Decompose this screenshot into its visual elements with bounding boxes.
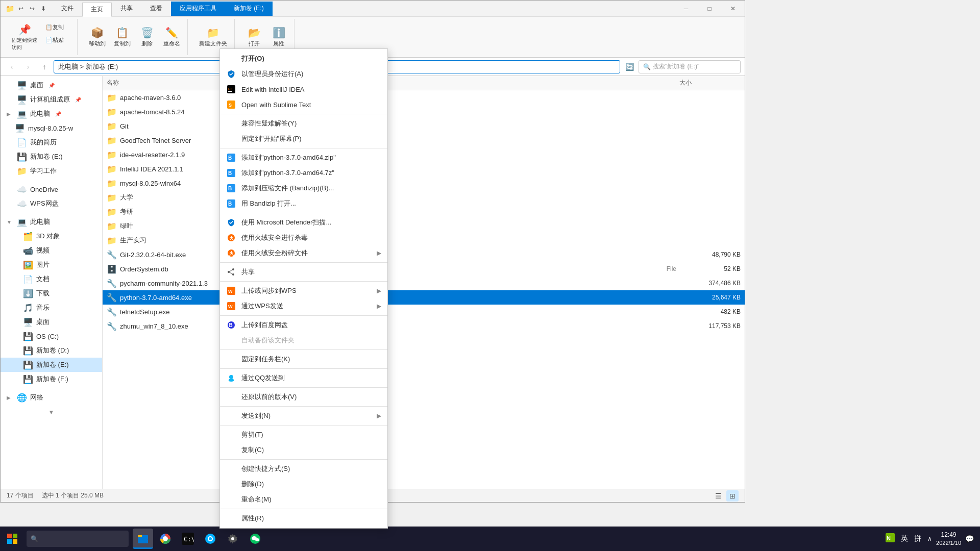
tray-notification-icon[interactable]: 💬 [963, 533, 976, 545]
sidebar-item-os-c[interactable]: 💾 OS (C:) [1, 329, 102, 343]
file-row-apache-tomcat[interactable]: 📁 apache-tomcat-8.5.24 [103, 105, 745, 119]
cm-item-send-wps[interactable]: W 通过WPS发送 ▶ [220, 298, 387, 314]
cm-item-edit-intellij[interactable]: IJ Edit with IntelliJ IDEA [220, 82, 387, 97]
tab-share[interactable]: 共享 [112, 2, 141, 16]
cm-item-add-compress[interactable]: B 添加到压缩文件 (Bandizip)(B)... [220, 181, 387, 196]
search-box[interactable]: 🔍 搜索"新加卷 (E:)" [639, 60, 741, 73]
forward-button[interactable]: › [21, 60, 35, 74]
rename-button[interactable]: ✏️ 重命名 [160, 24, 183, 49]
sidebar-item-onedrive[interactable]: ☁️ OneDrive [1, 182, 102, 196]
cm-item-huorong-virus[interactable]: 火 使用火绒安全进行杀毒 [220, 230, 387, 245]
cm-item-upload-wps[interactable]: W 上传或同步到WPS ▶ [220, 283, 387, 298]
sidebar-item-network[interactable]: ▶ 🌐 网络 [1, 390, 102, 405]
sidebar-item-this-pc[interactable]: ▶ 💻 此电脑 📌 [1, 107, 102, 121]
sidebar-item-documents[interactable]: 📄 文档 [1, 272, 102, 286]
taskbar-terminal[interactable]: C:\ [178, 529, 198, 549]
file-row-apache-maven[interactable]: 📁 apache-maven-3.6.0 [103, 90, 745, 105]
cm-item-open[interactable]: 打开(O) [220, 51, 387, 66]
col-header-size[interactable]: 大小 [679, 79, 741, 87]
cm-item-huorong-shred[interactable]: 火 使用火绒安全粉碎文件 ▶ [220, 245, 387, 261]
tab-management[interactable]: 应用程序工具 [171, 2, 225, 16]
cm-item-send-qq[interactable]: 通过QQ发送到 [220, 370, 387, 386]
tab-view[interactable]: 查看 [141, 2, 171, 16]
cm-item-add-7z[interactable]: B 添加到"python-3.7.0-amd64.7z" [220, 165, 387, 181]
sidebar-item-new-vol-e[interactable]: 💾 新加卷 (E:) [1, 149, 102, 164]
sidebar-item-mysql[interactable]: 🖥️ mysql-8.0.25-w [1, 121, 102, 135]
taskbar-explorer[interactable] [133, 529, 153, 549]
tray-nvidia-icon[interactable]: N [884, 531, 897, 546]
new-folder-button[interactable]: 📁 新建文件夹 [196, 24, 230, 49]
sidebar-item-music[interactable]: 🎵 音乐 [1, 300, 102, 315]
file-row-intellij[interactable]: 📁 IntelliJ IDEA 2021.1.1 [103, 162, 745, 176]
sidebar-item-new-vol-e2[interactable]: 💾 新加卷 (E:) [1, 358, 102, 372]
cm-item-restore[interactable]: 还原以前的版本(V) [220, 389, 387, 405]
cm-item-compat[interactable]: 兼容性疑难解答(Y) [220, 116, 387, 131]
taskbar-wechat[interactable] [245, 529, 265, 549]
refresh-button[interactable]: 🔄 [622, 60, 636, 74]
paste-button[interactable]: 📄 粘贴 [42, 34, 73, 46]
delete-button[interactable]: 🗑️ 删除 [136, 24, 158, 49]
cm-item-delete[interactable]: 删除(D) [220, 477, 387, 492]
cm-item-defender[interactable]: 使用 Microsoft Defender扫描... [220, 215, 387, 230]
cm-item-pin-start[interactable]: 固定到"开始"屏幕(P) [220, 131, 387, 146]
sidebar-item-wps-cloud[interactable]: ☁️ WPS网盘 [1, 196, 102, 211]
taskbar-settings[interactable] [223, 529, 243, 549]
details-view-button[interactable]: ☰ [712, 490, 724, 502]
list-view-button[interactable]: ⊞ [726, 490, 739, 502]
sidebar-item-desktop3[interactable]: 🖥️ 桌面 [1, 315, 102, 329]
cm-item-create-shortcut[interactable]: 创建快捷方式(S) [220, 461, 387, 477]
taskbar-chrome[interactable] [155, 529, 176, 549]
file-row-green-leaf[interactable]: 📁 绿叶 [103, 219, 745, 233]
minimize-button[interactable]: ─ [674, 1, 698, 17]
properties-icon[interactable]: ⬇ [38, 4, 48, 14]
cm-item-pin-taskbar[interactable]: 固定到任务栏(K) [220, 352, 387, 367]
sidebar-item-study-work[interactable]: 📁 学习工作 [1, 164, 102, 178]
file-row-university[interactable]: 📁 大学 [103, 190, 745, 205]
sidebar-item-pictures[interactable]: 🖼️ 图片 [1, 258, 102, 272]
sidebar-item-downloads[interactable]: ⬇️ 下载 [1, 286, 102, 300]
undo-icon[interactable]: ↩ [16, 4, 26, 14]
file-row-python-exe[interactable]: 🔧 python-3.7.0-amd64.exe 25,647 KB [103, 290, 745, 305]
scroll-down[interactable]: ▼ [1, 407, 102, 418]
cm-item-add-zip[interactable]: B 添加到"python-3.7.0-amd64.zip" [220, 150, 387, 165]
file-row-graduate[interactable]: 📁 考研 [103, 205, 745, 219]
file-row-mysql-folder[interactable]: 📁 mysql-8.0.25-winx64 [103, 176, 745, 190]
file-row-git[interactable]: 📁 Git [103, 119, 745, 133]
cm-item-send-to[interactable]: 发送到(N) ▶ [220, 408, 387, 423]
file-row-git-exe[interactable]: 🔧 Git-2.32.0.2-64-bit.exe 48,790 KB [103, 247, 745, 262]
move-to-button[interactable]: 📦 移动到 [86, 24, 109, 49]
tab-file[interactable]: 文件 [53, 2, 82, 16]
sidebar-item-new-vol-f[interactable]: 💾 新加卷 (F:) [1, 372, 102, 386]
tray-lang-icon[interactable]: 英 [899, 532, 910, 545]
close-button[interactable]: ✕ [721, 1, 745, 17]
file-row-order-db[interactable]: 🗄️ OrderSystem.db File 52 KB [103, 262, 745, 276]
copy-to-button[interactable]: 📋 复制到 [111, 24, 134, 49]
tab-home[interactable]: 主页 [82, 3, 112, 17]
sidebar-item-desktop[interactable]: 🖥️ 桌面 📌 [1, 78, 102, 92]
tray-chevron-icon[interactable]: ∧ [925, 533, 934, 544]
open-button[interactable]: 📂 打开 [243, 24, 265, 49]
taskbar-search[interactable]: 🔍 [27, 531, 129, 547]
file-row-production[interactable]: 📁 生产实习 [103, 233, 745, 247]
sidebar-item-computer-parts[interactable]: 🖥️ 计算机组成原 📌 [1, 92, 102, 107]
maximize-button[interactable]: □ [698, 1, 721, 17]
cm-item-copy[interactable]: 复制(C) [220, 442, 387, 458]
file-row-pycharm[interactable]: 🔧 pycharm-community-2021.1.3 374,486 KB [103, 276, 745, 290]
sidebar-item-3d-objects[interactable]: 🗂️ 3D 对象 [1, 229, 102, 243]
file-row-goodtech[interactable]: 📁 GoodTech Telnet Server [103, 133, 745, 147]
sidebar-item-new-vol-d[interactable]: 💾 新加卷 (D:) [1, 343, 102, 358]
sidebar-item-videos[interactable]: 📹 视频 [1, 243, 102, 258]
file-row-telnet[interactable]: 🔧 telnetdSetup.exe 482 KB [103, 305, 745, 319]
cm-item-run-as-admin[interactable]: 以管理员身份运行(A) [220, 66, 387, 82]
cm-item-rename[interactable]: 重命名(M) [220, 492, 387, 507]
tab-drive[interactable]: 新加卷 (E:) [225, 2, 273, 16]
tray-ime-icon[interactable]: 拼 [912, 532, 923, 545]
properties-btn[interactable]: ℹ️ 属性 [267, 24, 290, 49]
cm-item-open-bandizip[interactable]: B 用 Bandizip 打开... [220, 196, 387, 211]
quick-access-icon[interactable]: 📁 [5, 4, 15, 14]
col-header-name[interactable]: 名称 [107, 79, 679, 87]
cm-item-properties[interactable]: 属性(R) [220, 511, 387, 526]
taskbar-360[interactable] [200, 529, 220, 549]
copy-button[interactable]: 📋 复制 [42, 21, 73, 33]
redo-icon[interactable]: ↪ [27, 4, 37, 14]
